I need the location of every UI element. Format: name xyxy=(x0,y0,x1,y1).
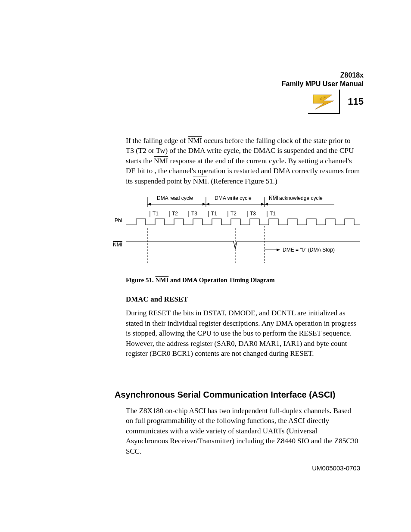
svg-marker-9 xyxy=(261,203,265,205)
label-dme: DME = "0" (DMA Stop) xyxy=(283,247,335,253)
label-dma-write: DMA write cycle xyxy=(215,195,252,201)
figure-51: DMA read cycle DMA write cycle NMI ackno… xyxy=(110,194,360,269)
section-body: The Z8X180 on-chip ASCI has two independ… xyxy=(126,406,360,464)
nmi-overline: NMI xyxy=(154,157,168,165)
t-label: T1 xyxy=(153,211,159,217)
label-dma-read: DMA read cycle xyxy=(157,195,193,201)
paragraph-2: During RESET the bits in DSTAT, DMODE, a… xyxy=(126,308,360,358)
nmi-overline: NMI xyxy=(193,177,207,185)
page: Z8018x Family MPU User Manual ZiLOG 115 … xyxy=(0,0,411,532)
label-nmi-ack-signal: NMI xyxy=(269,195,278,201)
t-label: T2 xyxy=(172,211,178,217)
logo-row: ZiLOG 115 xyxy=(308,90,364,114)
label-nmi-signal: NMI xyxy=(113,242,122,248)
nmi-overline: NMI xyxy=(188,137,202,145)
t-label: T3 xyxy=(250,211,256,217)
figure-caption: Figure 51. NMI and DMA Operation Timing … xyxy=(126,277,360,284)
timing-diagram: DMA read cycle DMA write cycle NMI ackno… xyxy=(110,194,360,267)
svg-marker-5 xyxy=(147,203,151,205)
svg-marker-23 xyxy=(277,249,280,251)
label-phi: Phi xyxy=(115,218,122,224)
paragraph-3: The Z8X180 on-chip ASCI has two independ… xyxy=(126,406,360,456)
svg-marker-11 xyxy=(265,203,268,205)
paragraph-1: If the falling edge of NMI occurs before… xyxy=(126,136,360,186)
phi-waveform xyxy=(126,219,360,225)
page-number: 115 xyxy=(348,96,364,107)
manual-title: Family MPU User Manual xyxy=(282,80,364,88)
t-label: T3 xyxy=(191,211,197,217)
zilog-logo: ZiLOG xyxy=(308,90,340,114)
t-label: T1 xyxy=(211,211,217,217)
zilog-z-icon: ZiLOG xyxy=(311,92,336,111)
label-nmi-ack-text: acknowledge cycle xyxy=(279,195,323,201)
product-name: Z8018x xyxy=(282,71,364,80)
t-label: T2 xyxy=(230,211,237,217)
svg-marker-6 xyxy=(202,203,206,205)
page-header: Z8018x Family MPU User Manual xyxy=(282,71,364,88)
svg-marker-8 xyxy=(206,203,209,205)
content-area: If the falling edge of NMI occurs before… xyxy=(126,136,360,367)
footer-docid: UM005003-0703 xyxy=(312,464,360,472)
t-label: T1 xyxy=(270,211,276,217)
section-heading-asci: Asynchronous Serial Communication Interf… xyxy=(115,390,335,400)
subheading-dmac-reset: DMAC and RESET xyxy=(126,295,360,304)
